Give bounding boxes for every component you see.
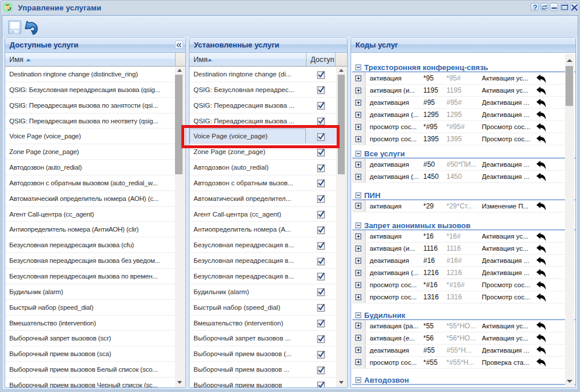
svg-text:?: ? — [533, 3, 538, 12]
